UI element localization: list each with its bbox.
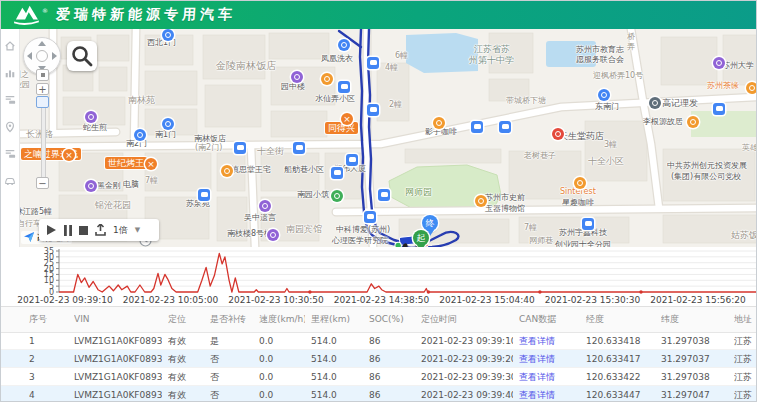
- table-row[interactable]: 1LVMZ1G1A0KF089390有效是0.0514.0862021-02-2…: [1, 332, 757, 350]
- tea-poi-icon[interactable]: [746, 82, 757, 94]
- bus-stop-icon[interactable]: [331, 167, 343, 179]
- shop-poi-icon[interactable]: [85, 180, 97, 192]
- map-canvas[interactable]: 苏州之创业园西北1门金陵南林饭店凤凰洗衣南林苑园中楼水仙弄小区江苏省苏州第十中学…: [19, 29, 757, 248]
- metro-poi-icon[interactable]: [291, 71, 303, 83]
- bus-stop-icon[interactable]: [367, 104, 379, 116]
- locate-button[interactable]: [36, 69, 49, 81]
- gate-poi-icon[interactable]: [134, 129, 146, 141]
- car-icon[interactable]: [4, 175, 16, 187]
- table-cell: 31.297047: [661, 386, 728, 402]
- table-cell: 有效: [168, 368, 204, 386]
- coffee-poi-icon[interactable]: [433, 117, 445, 129]
- building-poi-icon[interactable]: [346, 154, 358, 166]
- column-header[interactable]: 地址: [734, 307, 752, 332]
- column-header[interactable]: 里程(km): [311, 307, 363, 332]
- bus-stop-icon[interactable]: [378, 189, 390, 201]
- bus-stop-icon[interactable]: [338, 81, 350, 93]
- map-label: 创业园十全分园: [555, 239, 611, 248]
- map-label: 水仙弄小区: [315, 93, 355, 104]
- can-detail-link[interactable]: 查看详情: [519, 368, 580, 386]
- column-header[interactable]: 是否补传: [210, 307, 253, 332]
- zoom-out-button[interactable]: −: [36, 177, 49, 189]
- restaurant-poi-icon[interactable]: ×: [341, 113, 353, 125]
- bus-stop-icon[interactable]: [471, 121, 483, 133]
- pharmacy-poi-icon[interactable]: [552, 128, 564, 140]
- bar-chart-icon[interactable]: [4, 67, 16, 79]
- column-header[interactable]: CAN数据: [519, 307, 580, 332]
- track-list-icon[interactable]: [4, 148, 16, 160]
- home-icon[interactable]: [4, 40, 16, 52]
- column-header[interactable]: 经度: [586, 307, 655, 332]
- restaurant-poi-icon[interactable]: ×: [145, 158, 157, 170]
- map-poi-badge[interactable]: 同得兴: [325, 122, 358, 134]
- map-label: 高记理发: [662, 97, 698, 110]
- pan-left-icon[interactable]: [27, 52, 32, 60]
- bus-stop-icon[interactable]: [367, 57, 379, 69]
- column-header[interactable]: 序号: [29, 307, 68, 332]
- park-poi-icon[interactable]: [331, 190, 343, 202]
- track-data-table: 序号VIN定位是否补传速度(km/h)里程(km)SOC(%)定位时间CAN数据…: [1, 306, 757, 402]
- pan-right-icon[interactable]: [52, 52, 57, 60]
- can-detail-link[interactable]: 查看详情: [519, 386, 580, 402]
- table-cell: 120.633422: [586, 368, 655, 386]
- coffee-poi-icon[interactable]: [574, 177, 586, 189]
- bus-stop-icon[interactable]: [499, 121, 511, 133]
- column-header[interactable]: 定位时间: [421, 307, 513, 332]
- playback-speed-select[interactable]: 1倍: [113, 224, 128, 237]
- column-header[interactable]: 纬度: [661, 307, 728, 332]
- map-label: 十全街: [257, 145, 284, 158]
- column-header[interactable]: VIN: [74, 307, 162, 332]
- temple-poi-icon[interactable]: [259, 200, 271, 212]
- play-button[interactable]: [46, 224, 57, 236]
- building-poi-icon[interactable]: [267, 229, 279, 241]
- route-list-icon[interactable]: [4, 94, 16, 106]
- gate-poi-icon[interactable]: [598, 89, 610, 101]
- heritage-poi-icon[interactable]: [221, 165, 233, 177]
- column-header[interactable]: SOC(%): [369, 307, 415, 332]
- table-cell: 江苏省苏: [734, 386, 752, 402]
- table-row[interactable]: 4LVMZ1G1A0KF089390有效否0.0514.0862021-02-2…: [1, 386, 757, 402]
- table-cell: 120.633418: [586, 332, 655, 350]
- hotel-poi-icon[interactable]: [321, 73, 333, 85]
- can-detail-link[interactable]: 查看详情: [519, 350, 580, 368]
- building-poi-icon[interactable]: [582, 218, 594, 230]
- museum-poi-icon[interactable]: [475, 195, 487, 207]
- column-header[interactable]: 定位: [168, 307, 204, 332]
- bus-stop-icon[interactable]: [713, 103, 725, 115]
- university-poi-icon[interactable]: [713, 57, 725, 69]
- map-search-button[interactable]: [67, 41, 97, 71]
- pause-button[interactable]: [64, 225, 72, 236]
- map-label: 园中楼: [281, 81, 305, 92]
- column-header[interactable]: 速度(km/h): [259, 307, 305, 332]
- chevron-down-icon[interactable]: ▼: [135, 226, 140, 234]
- bus-stop-icon[interactable]: [293, 142, 305, 154]
- gate-poi-icon[interactable]: [162, 118, 174, 130]
- table-cell: 2021-02-23 09:39:10: [421, 332, 513, 350]
- gate-poi-icon[interactable]: [162, 29, 174, 41]
- zoom-slider-track[interactable]: [41, 99, 46, 181]
- table-row[interactable]: 3LVMZ1G1A0KF089390有效否0.0514.0862021-02-2…: [1, 368, 757, 386]
- stop-button[interactable]: [79, 226, 88, 235]
- can-detail-link[interactable]: 查看详情: [519, 332, 580, 350]
- barber-poi-icon[interactable]: [649, 97, 661, 109]
- table-cell: 1: [29, 332, 68, 350]
- bus-stop-icon[interactable]: [198, 189, 210, 201]
- map-label: 船舫巷小区: [284, 164, 324, 175]
- route-start-pin[interactable]: 起: [413, 230, 429, 248]
- map-label: 苏州市史前: [485, 192, 525, 203]
- building-poi-icon[interactable]: [364, 211, 376, 223]
- export-track-button[interactable]: [95, 224, 106, 236]
- restaurant-poi-icon[interactable]: ×: [63, 149, 75, 161]
- speed-chart[interactable]: 051015202530352021-02-23 09:39:102021-02…: [1, 247, 757, 306]
- bus-stop-icon[interactable]: [234, 142, 246, 154]
- location-pin-icon[interactable]: [4, 121, 16, 133]
- map-label: 7幢: [524, 222, 537, 233]
- food-poi-icon[interactable]: [85, 111, 97, 123]
- laundry-poi-icon[interactable]: [338, 39, 350, 51]
- zoom-slider-thumb[interactable]: [36, 96, 49, 108]
- zoom-in-button[interactable]: +: [36, 83, 49, 95]
- heritage-poi-icon[interactable]: [687, 116, 699, 128]
- table-row[interactable]: 2LVMZ1G1A0KF089390有效否0.0514.0862021-02-2…: [1, 350, 757, 368]
- map-poi-badge[interactable]: 世纪烤王: [105, 157, 147, 169]
- pan-up-icon[interactable]: [38, 41, 46, 46]
